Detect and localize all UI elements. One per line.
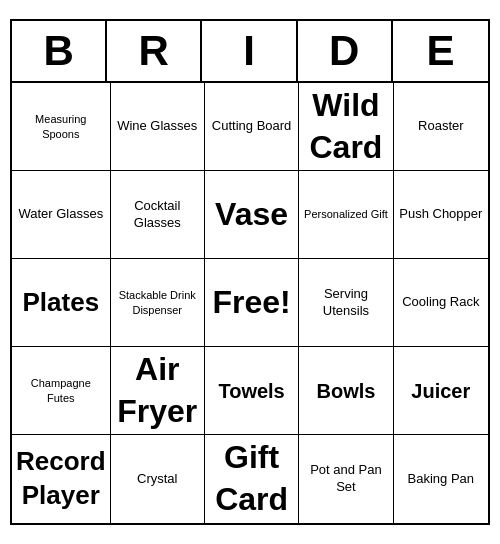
- cell-text-23: Pot and Pan Set: [303, 462, 388, 496]
- cell-text-19: Juicer: [411, 378, 470, 404]
- bingo-cell-15: Champagne Futes: [12, 347, 111, 435]
- cell-text-14: Cooling Rack: [402, 294, 479, 311]
- bingo-cell-20: Record Player: [12, 435, 111, 523]
- cell-text-22: Gift Card: [209, 437, 294, 520]
- bingo-cell-16: Air Fryer: [111, 347, 205, 435]
- cell-text-17: Towels: [218, 378, 284, 404]
- bingo-cell-12: Free!: [205, 259, 299, 347]
- cell-text-18: Bowls: [317, 378, 376, 404]
- cell-text-20: Record Player: [16, 445, 106, 513]
- cell-text-1: Wine Glasses: [117, 118, 197, 135]
- bingo-cell-24: Baking Pan: [394, 435, 488, 523]
- bingo-header: BRIDE: [12, 21, 488, 83]
- header-letter-i: I: [202, 21, 297, 81]
- bingo-cell-14: Cooling Rack: [394, 259, 488, 347]
- bingo-cell-11: Stackable Drink Dispenser: [111, 259, 205, 347]
- header-letter-b: B: [12, 21, 107, 81]
- bingo-cell-18: Bowls: [299, 347, 393, 435]
- bingo-cell-13: Serving Utensils: [299, 259, 393, 347]
- cell-text-6: Cocktail Glasses: [115, 198, 200, 232]
- header-letter-d: D: [298, 21, 393, 81]
- bingo-grid: Measuring SpoonsWine GlassesCutting Boar…: [12, 83, 488, 523]
- bingo-cell-17: Towels: [205, 347, 299, 435]
- bingo-card: BRIDE Measuring SpoonsWine GlassesCuttin…: [10, 19, 490, 525]
- bingo-cell-5: Water Glasses: [12, 171, 111, 259]
- bingo-cell-21: Crystal: [111, 435, 205, 523]
- bingo-cell-6: Cocktail Glasses: [111, 171, 205, 259]
- bingo-cell-23: Pot and Pan Set: [299, 435, 393, 523]
- bingo-cell-3: Wild Card: [299, 83, 393, 171]
- cell-text-21: Crystal: [137, 471, 177, 488]
- cell-text-11: Stackable Drink Dispenser: [115, 288, 200, 317]
- bingo-cell-2: Cutting Board: [205, 83, 299, 171]
- cell-text-2: Cutting Board: [212, 118, 292, 135]
- cell-text-3: Wild Card: [303, 85, 388, 168]
- cell-text-5: Water Glasses: [18, 206, 103, 223]
- header-letter-r: R: [107, 21, 202, 81]
- cell-text-16: Air Fryer: [115, 349, 200, 432]
- cell-text-8: Personalized Gift: [304, 207, 388, 221]
- bingo-cell-4: Roaster: [394, 83, 488, 171]
- cell-text-9: Push Chopper: [399, 206, 482, 223]
- bingo-cell-8: Personalized Gift: [299, 171, 393, 259]
- cell-text-7: Vase: [215, 194, 288, 236]
- bingo-cell-10: Plates: [12, 259, 111, 347]
- bingo-cell-0: Measuring Spoons: [12, 83, 111, 171]
- bingo-cell-19: Juicer: [394, 347, 488, 435]
- cell-text-15: Champagne Futes: [16, 376, 106, 405]
- bingo-cell-7: Vase: [205, 171, 299, 259]
- cell-text-4: Roaster: [418, 118, 464, 135]
- cell-text-13: Serving Utensils: [303, 286, 388, 320]
- cell-text-10: Plates: [22, 286, 99, 320]
- bingo-cell-22: Gift Card: [205, 435, 299, 523]
- header-letter-e: E: [393, 21, 488, 81]
- cell-text-12: Free!: [212, 282, 290, 324]
- bingo-cell-9: Push Chopper: [394, 171, 488, 259]
- cell-text-24: Baking Pan: [408, 471, 475, 488]
- bingo-cell-1: Wine Glasses: [111, 83, 205, 171]
- cell-text-0: Measuring Spoons: [16, 112, 106, 141]
